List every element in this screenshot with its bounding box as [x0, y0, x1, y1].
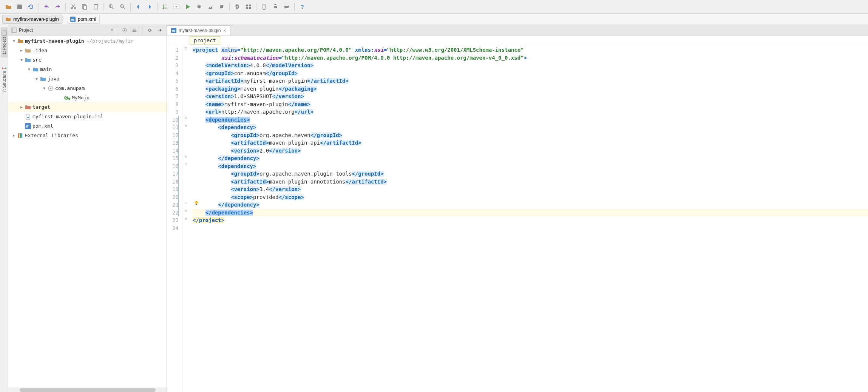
close-icon[interactable]: × — [223, 28, 226, 34]
debug-icon[interactable] — [194, 2, 204, 12]
tree-toggle-icon[interactable]: ▶ — [11, 133, 17, 137]
stop-icon[interactable] — [216, 2, 227, 12]
tree-node-main[interactable]: ▼main — [8, 65, 167, 74]
copy-icon[interactable] — [79, 2, 90, 12]
save-icon[interactable] — [14, 2, 25, 12]
coverage-icon[interactable] — [205, 2, 216, 12]
fold-marker[interactable]: ⊟ — [184, 162, 188, 167]
code-line-1[interactable]: <project xmlns="http://maven.apache.org/… — [193, 46, 868, 54]
editor-tab-pom[interactable]: m myfirst-maven-plugin × — [167, 25, 230, 35]
tree-node-src[interactable]: ▼src — [8, 55, 167, 65]
tree-toggle-icon[interactable]: ▼ — [34, 77, 39, 81]
paste-icon[interactable] — [91, 2, 101, 12]
tree-toggle-icon[interactable]: ▼ — [42, 86, 47, 90]
breadcrumb-project[interactable]: myfirst-maven-plugin — [2, 15, 62, 24]
help-icon[interactable]: ? — [297, 2, 307, 12]
settings-gear-icon[interactable] — [146, 26, 154, 34]
fold-gutter[interactable]: ⊟⊟⊟⊖⊟⊖⊖⊖ — [183, 45, 190, 392]
avd-icon[interactable] — [281, 2, 292, 12]
open-icon[interactable] — [3, 2, 14, 12]
zoom-in-icon[interactable] — [106, 2, 117, 12]
code-line-24[interactable] — [193, 224, 868, 232]
project-tree[interactable]: ▼myfirst-maven-plugin~/projects/myfir▶.i… — [8, 35, 167, 387]
code-body[interactable]: <project xmlns="http://maven.apache.org/… — [190, 45, 868, 392]
tree-toggle-icon[interactable]: ▼ — [26, 67, 32, 71]
code-line-20[interactable]: <scope>provided</scope> — [193, 193, 868, 201]
svg-rect-32 — [19, 41, 20, 42]
code-line-8[interactable]: <name>myfirst-maven-plugin</name> — [193, 100, 868, 108]
code-line-13[interactable]: <artifactId>maven-plugin-api</artifactId… — [193, 139, 868, 147]
collapse-all-icon[interactable] — [131, 26, 138, 34]
cut-icon[interactable] — [68, 2, 79, 12]
folder-source-icon — [32, 66, 39, 73]
dropdown-icon[interactable]: ▾ — [111, 28, 113, 32]
tab-project[interactable]: 1: Project — [1, 27, 8, 57]
code-line-7[interactable]: <version>1.0-SNAPSHOT</version> — [193, 93, 868, 100]
redo-icon[interactable] — [53, 2, 63, 12]
tree-toggle-icon[interactable]: ▼ — [19, 58, 24, 62]
fold-marker[interactable]: ⊖ — [184, 201, 188, 205]
code-line-23[interactable]: </project> — [193, 216, 868, 224]
device-icon[interactable] — [259, 2, 269, 12]
xml-breadcrumb-item[interactable]: project — [190, 36, 220, 45]
tree-toggle-icon[interactable]: ▶ — [19, 105, 24, 109]
breadcrumb-bar: myfirst-maven-plugin m pom.xml — [0, 14, 868, 25]
code-line-9[interactable]: <url>http://maven.apache.org</url> — [193, 108, 868, 116]
tree-node-myfirst-maven-plugin[interactable]: ▼myfirst-maven-plugin~/projects/myfir — [8, 36, 167, 46]
code-line-5[interactable]: <artifactId>myfirst-maven-plugin</artifa… — [193, 77, 868, 85]
code-line-3[interactable]: <modelVersion>4.0.0</modelVersion> — [193, 62, 868, 69]
code-editor[interactable]: 123456789101112131415161718192021222324 … — [167, 45, 868, 392]
code-line-10[interactable]: <dependencies> — [193, 116, 868, 124]
code-line-22[interactable]: </dependencies> — [193, 209, 868, 217]
code-line-4[interactable]: <groupId>com.anupam</groupId> — [193, 69, 868, 77]
folder-excluded-icon — [25, 104, 31, 110]
tree-toggle-icon[interactable]: ▼ — [11, 39, 17, 43]
fold-marker[interactable]: ⊟ — [184, 116, 188, 120]
svg-rect-16 — [263, 4, 265, 9]
undo-icon[interactable] — [41, 2, 52, 12]
fold-marker[interactable]: ⊟ — [184, 46, 188, 51]
code-line-21[interactable]: </dependency> — [193, 201, 868, 209]
refresh-icon[interactable] — [26, 2, 36, 12]
run-icon[interactable] — [182, 2, 193, 12]
tree-node-target[interactable]: ▶target — [8, 102, 167, 112]
code-line-12[interactable]: <groupId>org.apache.maven</groupId> — [193, 131, 868, 139]
code-line-15[interactable]: </dependency> — [193, 154, 868, 162]
code-line-11[interactable]: <dependency> — [193, 123, 868, 131]
project-structure-icon[interactable] — [243, 2, 254, 12]
tree-toggle-icon[interactable]: ▶ — [19, 48, 24, 52]
code-line-2[interactable]: xsi:schemaLocation="http://maven.apache.… — [193, 54, 868, 62]
fold-marker[interactable]: ⊖ — [184, 216, 188, 221]
back-icon[interactable] — [133, 2, 144, 12]
tree-node-java[interactable]: ▼java — [8, 74, 167, 83]
tree-node-mymojo[interactable]: C✓MyMojo — [8, 93, 167, 102]
code-line-14[interactable]: <version>2.0</version> — [193, 147, 868, 155]
tree-label: target — [32, 104, 50, 110]
code-line-16[interactable]: <dependency> — [193, 162, 868, 170]
tree-node-com-anupam[interactable]: ▼com.anupam — [8, 83, 167, 93]
fold-marker[interactable]: ⊖ — [184, 209, 188, 213]
horizontal-scrollbar[interactable] — [20, 388, 156, 392]
code-line-18[interactable]: <artifactId>maven-plugin-annotations</ar… — [193, 178, 868, 186]
tree-node-external-libraries[interactable]: ▶External Libraries — [8, 131, 167, 140]
scroll-to-source-icon[interactable] — [121, 26, 128, 34]
zoom-out-icon[interactable] — [117, 2, 128, 12]
android-icon[interactable] — [270, 2, 281, 12]
sort-icon[interactable]: 0101 — [160, 2, 170, 12]
code-line-19[interactable]: <version>3.4</version> — [193, 185, 868, 193]
fold-marker[interactable]: ⊟ — [184, 123, 188, 128]
code-line-17[interactable]: <groupId>org.apache.maven.plugin-tools</… — [193, 170, 868, 178]
tree-node--idea[interactable]: ▶.idea — [8, 46, 167, 55]
breadcrumb-file[interactable]: m pom.xml — [67, 15, 100, 24]
tree-node-pom-xml[interactable]: mpom.xml — [8, 121, 167, 131]
svg-rect-42 — [18, 133, 19, 138]
tree-node-myfirst-maven-plugin-iml[interactable]: myfirst-maven-plugin.iml — [8, 112, 167, 121]
run-config-dropdown[interactable] — [171, 2, 182, 12]
forward-icon[interactable] — [144, 2, 155, 12]
code-line-6[interactable]: <packaging>maven-plugin</packaging> — [193, 85, 868, 93]
tab-structure[interactable]: 7: Structure — [1, 61, 8, 96]
settings-icon[interactable] — [232, 2, 242, 12]
hide-icon[interactable] — [156, 26, 164, 34]
fold-marker[interactable]: ⊖ — [184, 154, 188, 159]
svg-point-11 — [236, 6, 238, 8]
